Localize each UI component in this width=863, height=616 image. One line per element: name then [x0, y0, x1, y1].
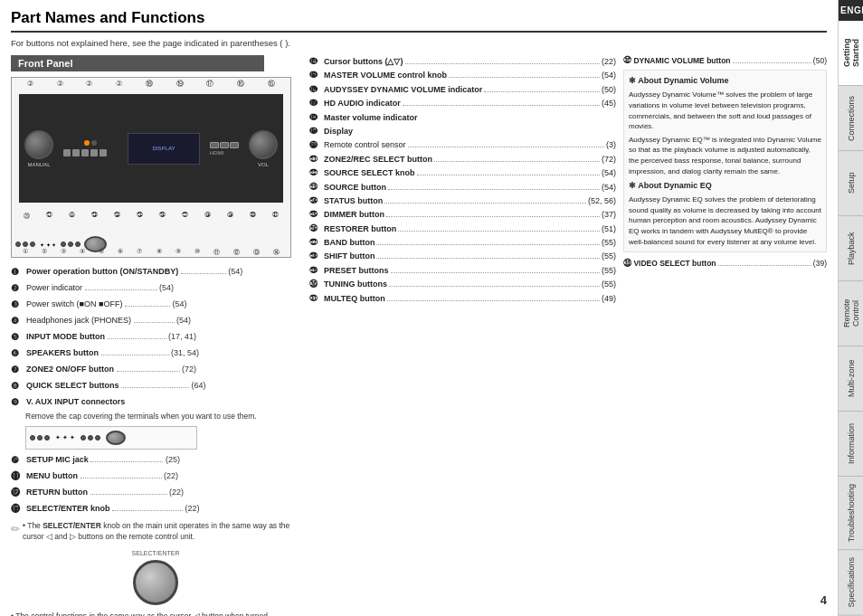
knob-large-diagram: SELECT/ENTER [11, 548, 300, 605]
list-item: ⓬ RETURN button (22) [11, 486, 300, 500]
tab-remote-control[interactable]: Remote Control [839, 281, 863, 346]
list-item: ㉕ DIMMER button (37) [309, 208, 616, 221]
list-item: ⓱ HD AUDIO indicator (45) [309, 97, 616, 109]
aux-connector-diagram: ✦ ✦ ✦ [25, 426, 197, 450]
right-items-list: ⓮ Cursor buttons (△▽) (22) ⓯ MASTER VOLU… [309, 55, 616, 306]
list-item: ⓫ MENU button (22) [11, 469, 300, 484]
power-knob [24, 130, 53, 159]
list-item: ㉙ PRESET buttons (55) [309, 264, 616, 277]
list-item: ❼ ZONE2 ON/OFF button (72) [11, 363, 300, 377]
connector-dots-row: ✦ ✦ ✦ [15, 242, 81, 248]
page-title: Part Names and Functions [11, 9, 827, 33]
list-item: ㉖ RESTORER button (51) [309, 223, 616, 235]
right-tabs: ENGLISH Getting Started Connections Setu… [838, 0, 863, 616]
left-column: Front Panel ② ② ② ② ⑱ ⑲ ⑰ ⑯ ⑮ MA [11, 55, 300, 616]
tab-multi-zone[interactable]: Multi-zone [839, 346, 863, 412]
knob-notes: • The control functions in the same way … [11, 611, 300, 616]
video-select-button: ㉝ VIDEO SELECT button (39) [623, 258, 827, 269]
note-block: ✏ • The SELECT/ENTER knob on the main un… [11, 521, 300, 543]
list-item: ⓰ AUDYSSEY DYNAMIC VOLUME indicator (50) [309, 83, 616, 96]
pencil-icon: ✏ [11, 521, 20, 538]
about-dynamic-volume: ✻ About Dynamic Volume Audyssey Dynamic … [623, 70, 827, 252]
english-tab: ENGLISH [839, 0, 863, 21]
list-item: ⓮ Cursor buttons (△▽) (22) [309, 55, 616, 68]
volume-knob [249, 130, 278, 159]
list-item: ⓳ Display [309, 125, 616, 137]
list-item: ㉒ SOURCE SELECT knob (54) [309, 166, 616, 179]
right-column: ⓮ Cursor buttons (△▽) (22) ⓯ MASTER VOLU… [309, 55, 827, 616]
tab-specifications[interactable]: Specifications [839, 550, 863, 616]
main-content: Part Names and Functions For buttons not… [0, 0, 838, 616]
list-item: ⓭ SELECT/ENTER knob (22) [11, 502, 300, 516]
front-panel-header: Front Panel [11, 55, 264, 71]
list-item: ㉓ SOURCE button (54) [309, 181, 616, 194]
list-item: ㉔ STATUS button (52, 56) [309, 194, 616, 207]
dynamic-volume-button: ㉜ DYNAMIC VOLUME button (50) [623, 55, 827, 66]
left-parts-list: ❶ Power operation button (ON/STANDBY) (5… [11, 265, 300, 616]
dynamic-volume-section: ㉜ DYNAMIC VOLUME button (50) ✻ About Dyn… [623, 55, 827, 306]
list-item: ❸ Power switch (■ON ■OFF) (54) [11, 298, 300, 312]
list-item: ❶ Power operation button (ON/STANDBY) (5… [11, 265, 300, 280]
list-item: ❻ SPEAKERS button (31, 54) [11, 346, 300, 361]
list-item: ⓯ MASTER VOLUME control knob (54) [309, 69, 616, 81]
tab-playback[interactable]: Playback [839, 216, 863, 281]
list-item: ❿ SETUP MIC jack (25) [11, 453, 300, 468]
tab-information[interactable]: Information [839, 412, 863, 477]
right-columns-wrapper: ⓮ Cursor buttons (△▽) (22) ⓯ MASTER VOLU… [309, 55, 827, 306]
tab-connections[interactable]: Connections [839, 86, 863, 151]
list-item: ㉑ ZONE2/REC SELECT button (72) [309, 153, 616, 166]
list-item: ❹ Headphones jack (PHONES) (54) [11, 314, 300, 328]
tab-getting-started[interactable]: Getting Started [839, 21, 863, 86]
list-item: ㉘ SHIFT button (55) [309, 250, 616, 262]
list-item: ㉚ TUNING buttons (55) [309, 278, 616, 290]
display-area: DISPLAY [128, 133, 200, 165]
list-item: ❾ V. AUX INPUT connectors [11, 395, 300, 410]
list-item: ⓴ Remote control sensor (3) [309, 138, 616, 151]
tab-setup[interactable]: Setup [839, 151, 863, 216]
select-enter-knob-large [133, 560, 178, 605]
page-number: 4 [820, 593, 827, 607]
list-item: ❽ QUICK SELECT buttons (64) [11, 379, 300, 393]
aux-connector-note: Remove the cap covering the terminals wh… [25, 412, 300, 422]
front-panel-diagram: ② ② ② ② ⑱ ⑲ ⑰ ⑯ ⑮ MANUAL [11, 77, 291, 258]
list-item: ❺ INPUT MODE button (17, 41) [11, 330, 300, 345]
list-item: ㉛ MULTEQ button (49) [309, 292, 616, 305]
tab-troubleshooting[interactable]: Troubleshooting [839, 477, 863, 550]
list-item: ❷ Power indicator (54) [11, 281, 300, 296]
list-item: ㉗ BAND button (55) [309, 236, 616, 249]
list-item: ⓲ Master volume indicator [309, 111, 616, 124]
intro-text: For buttons not explained here, see the … [11, 38, 827, 48]
